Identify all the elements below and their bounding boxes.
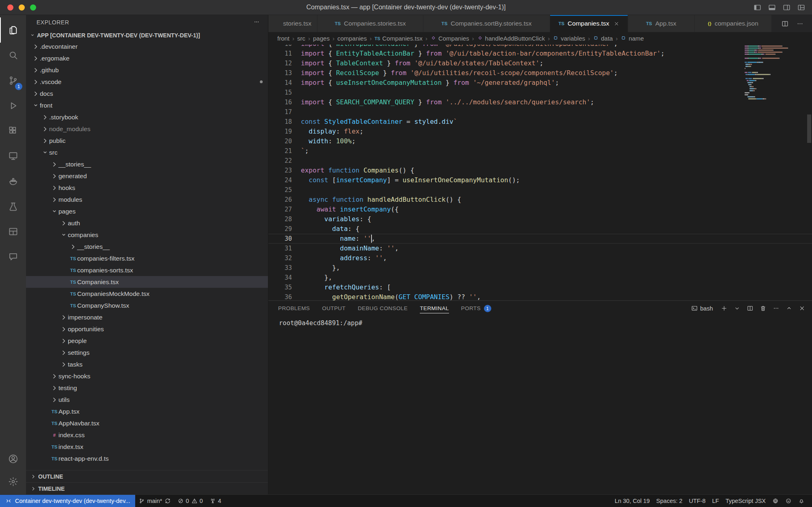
code-line-16[interactable]: 16import { SEARCH_COMPANY_QUERY } from '… xyxy=(268,97,812,107)
activity-explorer[interactable] xyxy=(0,17,26,43)
tree-item-opportunities[interactable]: opportunities xyxy=(26,323,268,335)
line-number[interactable]: 16 xyxy=(268,97,301,107)
tree-item-front[interactable]: front xyxy=(26,99,268,111)
breadcrumb-companies[interactable]: companies xyxy=(337,35,367,42)
code-area[interactable]: 10import { WithTopBarContainer } from '@… xyxy=(268,45,812,300)
line-number[interactable]: 14 xyxy=(268,78,301,88)
tree-item-index-tsx[interactable]: TSindex.tsx xyxy=(26,441,268,453)
editor-scrollbar-thumb[interactable] xyxy=(807,114,811,143)
status-globe[interactable] xyxy=(769,498,782,504)
sync-icon[interactable] xyxy=(164,498,171,504)
activity-source-control[interactable]: 1 xyxy=(0,68,26,93)
code-line-34[interactable]: 34 }, xyxy=(268,273,812,283)
line-number[interactable]: 30 xyxy=(268,234,301,244)
layout-bottom-icon[interactable] xyxy=(768,3,776,12)
status-line-col[interactable]: Ln 30, Col 19 xyxy=(611,498,653,504)
code-line-31[interactable]: 31 domainName: '', xyxy=(268,244,812,253)
line-number[interactable]: 31 xyxy=(268,244,301,253)
close-tab-icon[interactable] xyxy=(613,21,620,27)
breadcrumb-name[interactable]: name xyxy=(620,35,644,42)
tree-item-hooks[interactable]: hooks xyxy=(26,182,268,194)
line-number[interactable]: 25 xyxy=(268,185,301,195)
tree-item-ergomake[interactable]: .ergomake xyxy=(26,52,268,64)
code-line-20[interactable]: 20 width: 100%; xyxy=(268,136,812,146)
line-number[interactable]: 26 xyxy=(268,195,301,205)
panel-tab-debug-console[interactable]: DEBUG CONSOLE xyxy=(358,301,408,316)
tree-item-companies-filters-tsx[interactable]: TScompanies-filters.tsx xyxy=(26,252,268,264)
tab-companies-sortby-stories-tsx[interactable]: TSCompanies.sortBy.stories.tsx xyxy=(423,15,550,32)
tree-item-generated[interactable]: generated xyxy=(26,170,268,182)
minimize-button[interactable] xyxy=(19,4,25,11)
tree-item-companies-sorts-tsx[interactable]: TScompanies-sorts.tsx xyxy=(26,264,268,276)
tree-item-companies-tsx[interactable]: TSCompanies.tsx xyxy=(26,276,268,288)
line-number[interactable]: 10 xyxy=(268,45,301,49)
tree-item-public[interactable]: public xyxy=(26,135,268,147)
section-timeline[interactable]: TIMELINE xyxy=(26,482,268,494)
activity-search[interactable] xyxy=(0,43,26,68)
line-number[interactable]: 33 xyxy=(268,263,301,273)
activity-accounts[interactable] xyxy=(0,447,26,470)
tree-item-appnavbar-tsx[interactable]: TSAppNavbar.tsx xyxy=(26,417,268,429)
line-number[interactable]: 22 xyxy=(268,156,301,166)
tree-item-github[interactable]: .github xyxy=(26,64,268,76)
line-number[interactable]: 12 xyxy=(268,58,301,68)
terminal[interactable]: root@0a4ecd84891:/app# xyxy=(268,316,812,327)
plus-icon[interactable] xyxy=(721,305,728,312)
status-encoding[interactable]: UTF-8 xyxy=(686,498,709,504)
line-number[interactable]: 15 xyxy=(268,88,301,97)
code-line-11[interactable]: 11import { EntityTableActionBar } from '… xyxy=(268,49,812,58)
breadcrumb-data[interactable]: data xyxy=(593,35,613,42)
activity-settings[interactable] xyxy=(0,470,26,493)
tree-item-src[interactable]: src xyxy=(26,147,268,158)
tree-item-pages[interactable]: pages xyxy=(26,205,268,217)
tab-companies-tsx[interactable]: TSCompanies.tsx xyxy=(550,15,628,32)
tree-item-sync-hooks[interactable]: sync-hooks xyxy=(26,370,268,382)
code-line-32[interactable]: 32 address: '', xyxy=(268,253,812,263)
activity-chat[interactable] xyxy=(0,244,26,269)
tab-companies-stories-tsx[interactable]: TSCompanies.stories.tsx xyxy=(317,15,423,32)
tree-item-node-modules[interactable]: node_modules xyxy=(26,123,268,135)
chevron-up-icon[interactable] xyxy=(786,305,793,312)
code-line-18[interactable]: 18const StyledTableContainer = styled.di… xyxy=(268,117,812,127)
tree-item-storybook[interactable]: .storybook xyxy=(26,111,268,123)
breadcrumb-src[interactable]: src xyxy=(297,35,305,42)
breadcrumb-companies[interactable]: Companies xyxy=(430,35,469,42)
line-number[interactable]: 18 xyxy=(268,117,301,127)
activity-window-grid[interactable] xyxy=(0,219,26,244)
section-outline[interactable]: OUTLINE xyxy=(26,470,268,482)
breadcrumb-variables[interactable]: variables xyxy=(553,35,585,42)
workspace-section-header[interactable]: APP [CONTAINER DEV-TWENTY-DEV (DEV-TWENT… xyxy=(26,30,268,41)
tree-item-testing[interactable]: testing xyxy=(26,382,268,394)
line-number[interactable]: 20 xyxy=(268,136,301,146)
code-line-28[interactable]: 28 variables: { xyxy=(268,214,812,224)
activity-remote-explorer[interactable] xyxy=(0,143,26,168)
tab-companies-json[interactable]: {}companies.json xyxy=(695,15,772,32)
code-line-10[interactable]: 10import { WithTopBarContainer } from '@… xyxy=(268,45,812,49)
status-branch[interactable]: main* xyxy=(135,495,174,507)
code-line-14[interactable]: 14import { useInsertOneCompanyMutation }… xyxy=(268,78,812,88)
status-problems[interactable]: 00 xyxy=(174,495,206,507)
tree-item-auth[interactable]: auth xyxy=(26,217,268,229)
more-icon[interactable] xyxy=(796,20,804,28)
panel-tab-problems[interactable]: PROBLEMS xyxy=(278,301,310,316)
split-editor-icon[interactable] xyxy=(781,20,789,28)
tree-item-people[interactable]: people xyxy=(26,335,268,347)
chevron-down-icon[interactable] xyxy=(734,305,741,312)
line-number[interactable]: 36 xyxy=(268,292,301,300)
line-number[interactable]: 27 xyxy=(268,205,301,214)
panel-tab-output[interactable]: OUTPUT xyxy=(322,301,346,316)
tree-item-devcontainer[interactable]: .devcontainer xyxy=(26,41,268,52)
tree-item-stories[interactable]: __stories__ xyxy=(26,241,268,252)
panel-tab-ports[interactable]: PORTS1 xyxy=(461,301,491,316)
tree-item-companyshow-tsx[interactable]: TSCompanyShow.tsx xyxy=(26,300,268,311)
line-number[interactable]: 34 xyxy=(268,273,301,283)
code-line-25[interactable]: 25 xyxy=(268,185,812,195)
code-line-12[interactable]: 12import { TableContext } from '@/ui/tab… xyxy=(268,58,812,68)
code-line-27[interactable]: 27 await insertCompany({ xyxy=(268,205,812,214)
code-line-15[interactable]: 15 xyxy=(268,88,812,97)
split-editor-icon[interactable] xyxy=(747,305,754,312)
code-line-22[interactable]: 22 xyxy=(268,156,812,166)
code-line-19[interactable]: 19 display: flex; xyxy=(268,127,812,136)
activity-docker[interactable] xyxy=(0,168,26,194)
tree-item-impersonate[interactable]: impersonate xyxy=(26,311,268,323)
